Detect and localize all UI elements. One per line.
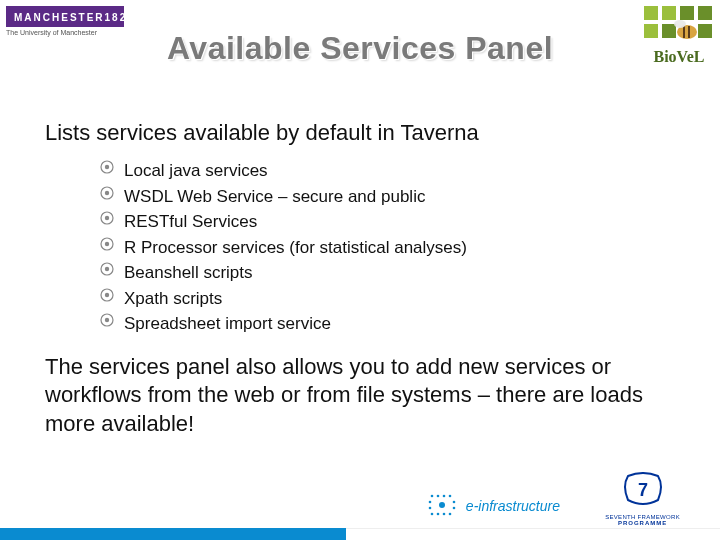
- svg-point-30: [429, 501, 432, 504]
- manchester-year: 1824: [105, 12, 135, 23]
- einfrastructure-logo: e-infrastructure: [426, 492, 560, 520]
- list-item-label: RESTful Services: [124, 209, 257, 235]
- svg-point-21: [105, 267, 109, 271]
- svg-rect-5: [698, 6, 712, 20]
- svg-point-28: [443, 495, 446, 498]
- svg-point-33: [453, 507, 456, 510]
- svg-point-38: [439, 502, 445, 508]
- svg-point-25: [105, 318, 109, 322]
- svg-text:7: 7: [638, 480, 648, 500]
- bullet-icon: [100, 186, 114, 200]
- bullet-list: Local java services WSDL Web Service – s…: [100, 158, 675, 337]
- outro-text: The services panel also allows you to ad…: [45, 353, 675, 439]
- bullet-icon: [100, 288, 114, 302]
- svg-point-17: [105, 216, 109, 220]
- bullet-icon: [100, 211, 114, 225]
- bullet-icon: [100, 262, 114, 276]
- fp7-icon: 7: [618, 472, 668, 510]
- footer-stripe: [0, 528, 720, 540]
- list-item-label: WSDL Web Service – secure and public: [124, 184, 425, 210]
- slide-content: Lists services available by default in T…: [45, 120, 675, 438]
- svg-point-34: [431, 513, 434, 516]
- svg-point-19: [105, 241, 109, 245]
- svg-point-37: [449, 513, 452, 516]
- svg-point-23: [105, 292, 109, 296]
- list-item-label: Local java services: [124, 158, 268, 184]
- list-item: Xpath scripts: [100, 286, 675, 312]
- fp7-line2: PROGRAMME: [605, 520, 680, 526]
- list-item: Beanshell scripts: [100, 260, 675, 286]
- svg-point-11: [674, 20, 686, 28]
- list-item-label: Beanshell scripts: [124, 260, 253, 286]
- svg-point-29: [449, 495, 452, 498]
- svg-point-13: [105, 165, 109, 169]
- list-item-label: Spreadsheet import service: [124, 311, 331, 337]
- bullet-icon: [100, 160, 114, 174]
- svg-point-36: [443, 513, 446, 516]
- svg-point-26: [431, 495, 434, 498]
- manchester-name: MANCHESTER: [14, 12, 105, 23]
- svg-rect-4: [680, 6, 694, 20]
- list-item: R Processor services (for statistical an…: [100, 235, 675, 261]
- svg-rect-2: [662, 6, 676, 20]
- svg-rect-1: [644, 6, 658, 20]
- list-item: Local java services: [100, 158, 675, 184]
- list-item: Spreadsheet import service: [100, 311, 675, 337]
- svg-point-35: [437, 513, 440, 516]
- einfra-icon: [426, 492, 460, 520]
- svg-point-15: [105, 190, 109, 194]
- svg-point-27: [437, 495, 440, 498]
- einfra-label: e-infrastructure: [466, 498, 560, 514]
- lead-text: Lists services available by default in T…: [45, 120, 675, 146]
- slide-title: Available Services Panel: [0, 30, 720, 67]
- list-item-label: Xpath scripts: [124, 286, 222, 312]
- list-item-label: R Processor services (for statistical an…: [124, 235, 467, 261]
- list-item: WSDL Web Service – secure and public: [100, 184, 675, 210]
- fp7-logo: 7 SEVENTH FRAMEWORK PROGRAMME: [605, 472, 680, 526]
- bullet-icon: [100, 313, 114, 327]
- list-item: RESTful Services: [100, 209, 675, 235]
- svg-point-32: [429, 507, 432, 510]
- svg-point-31: [453, 501, 456, 504]
- bullet-icon: [100, 237, 114, 251]
